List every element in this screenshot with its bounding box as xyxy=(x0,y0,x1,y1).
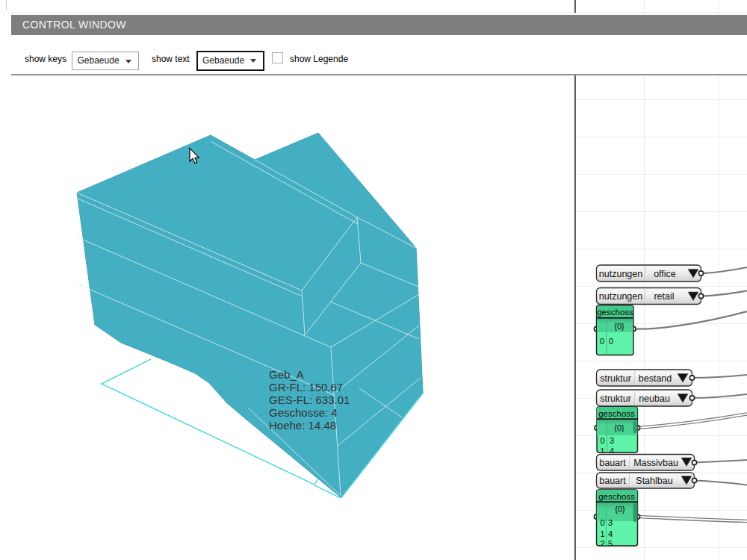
svg-text:struktur: struktur xyxy=(600,393,631,404)
svg-text:retail: retail xyxy=(654,291,674,302)
svg-text:GR-FL: 150.67: GR-FL: 150.67 xyxy=(269,381,343,393)
svg-text:3: 3 xyxy=(608,518,613,527)
svg-text:0: 0 xyxy=(600,436,604,445)
svg-text:geschoss: geschoss xyxy=(598,409,635,418)
svg-text:geschoss: geschoss xyxy=(598,492,635,501)
svg-text:Hoehe: 14.48: Hoehe: 14.48 xyxy=(269,419,336,432)
svg-text:2: 2 xyxy=(600,539,604,548)
svg-text:nutzungen: nutzungen xyxy=(599,291,642,302)
svg-text:{0}: {0} xyxy=(614,423,624,432)
svg-text:neubau: neubau xyxy=(639,393,670,404)
svg-text:office: office xyxy=(654,269,676,279)
svg-text:0: 0 xyxy=(600,518,604,527)
svg-text:bestand: bestand xyxy=(639,373,672,384)
svg-text:3: 3 xyxy=(610,436,614,445)
svg-text:0: 0 xyxy=(609,337,613,346)
svg-text:Geschosse: 4: Geschosse: 4 xyxy=(269,406,338,419)
svg-text:geschoss: geschoss xyxy=(597,308,633,317)
svg-text:GES-FL: 633.01: GES-FL: 633.01 xyxy=(269,393,350,406)
svg-text:5: 5 xyxy=(608,539,613,548)
svg-text:4: 4 xyxy=(608,529,613,538)
svg-text:nutzungen: nutzungen xyxy=(599,269,642,279)
svg-text:struktur: struktur xyxy=(600,373,631,384)
svg-text:Geb_A: Geb_A xyxy=(269,368,304,381)
svg-text:{0}: {0} xyxy=(615,505,625,514)
svg-text:Stahlbau: Stahlbau xyxy=(636,476,672,486)
svg-text:bauart: bauart xyxy=(599,476,626,486)
svg-text:1: 1 xyxy=(600,529,604,538)
svg-text:bauart: bauart xyxy=(599,458,626,468)
svg-text:Massivbau: Massivbau xyxy=(633,458,678,468)
svg-text:{0}: {0} xyxy=(614,322,624,331)
svg-text:0: 0 xyxy=(600,337,604,346)
